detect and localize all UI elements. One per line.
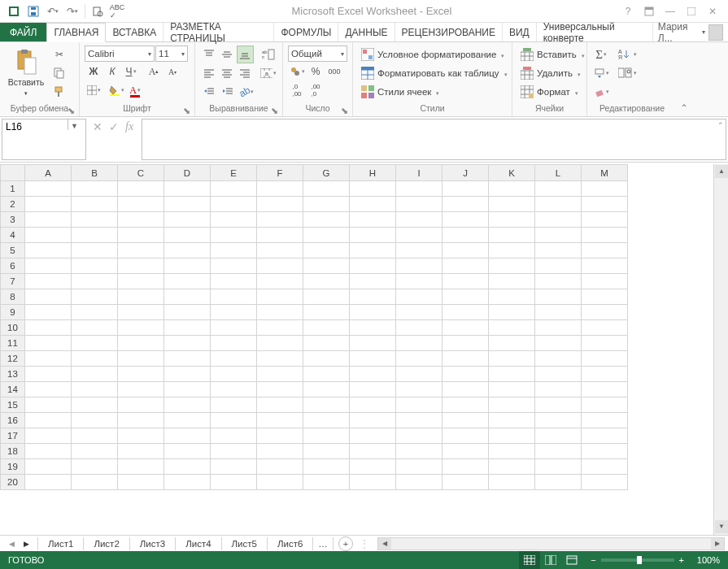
- column-header[interactable]: J: [442, 165, 489, 181]
- cell[interactable]: [535, 289, 582, 305]
- cell[interactable]: [164, 351, 211, 367]
- cell[interactable]: [350, 243, 396, 258]
- cell[interactable]: [442, 444, 489, 459]
- cell[interactable]: [489, 274, 535, 289]
- cell[interactable]: [257, 305, 303, 320]
- cell[interactable]: [303, 320, 350, 336]
- cell[interactable]: [257, 274, 303, 289]
- cell[interactable]: [582, 382, 628, 397]
- cell[interactable]: [303, 197, 350, 212]
- format-as-table-button[interactable]: Форматировать как таблицу: [358, 64, 511, 82]
- cell[interactable]: [211, 212, 257, 228]
- accounting-format-icon[interactable]: [288, 63, 306, 80]
- cell[interactable]: [303, 444, 350, 459]
- cell[interactable]: [303, 289, 350, 305]
- cell[interactable]: [582, 274, 628, 289]
- cell[interactable]: [118, 444, 164, 459]
- row-header[interactable]: 9: [1, 305, 25, 320]
- scroll-right-icon[interactable]: ▶: [711, 538, 724, 549]
- cell[interactable]: [164, 305, 211, 320]
- cell[interactable]: [396, 413, 442, 428]
- wrap-text-icon[interactable]: abc: [260, 46, 277, 63]
- cell[interactable]: [72, 258, 118, 274]
- cell[interactable]: [118, 305, 164, 320]
- cell[interactable]: [72, 475, 118, 490]
- view-page-layout-icon[interactable]: [540, 551, 561, 569]
- cell[interactable]: [442, 336, 489, 351]
- cell[interactable]: [350, 228, 396, 243]
- name-box-input[interactable]: [2, 119, 68, 134]
- view-page-break-icon[interactable]: [561, 551, 582, 569]
- sheet-tab[interactable]: Лист5: [222, 537, 268, 550]
- cell[interactable]: [303, 397, 350, 413]
- font-color-icon[interactable]: A: [126, 81, 144, 99]
- cell[interactable]: [396, 475, 442, 490]
- print-preview-icon[interactable]: [89, 2, 107, 20]
- align-center-icon[interactable]: [218, 64, 235, 82]
- cell[interactable]: [350, 274, 396, 289]
- cell[interactable]: [72, 274, 118, 289]
- cell[interactable]: [164, 444, 211, 459]
- cell[interactable]: [25, 181, 72, 197]
- cell[interactable]: [118, 197, 164, 212]
- formula-input[interactable]: ⌃: [142, 119, 726, 160]
- column-header[interactable]: B: [72, 165, 118, 181]
- cell[interactable]: [396, 336, 442, 351]
- cell[interactable]: [350, 197, 396, 212]
- cell[interactable]: [350, 382, 396, 397]
- row-header[interactable]: 15: [1, 397, 25, 413]
- cell[interactable]: [118, 413, 164, 428]
- cell[interactable]: [257, 413, 303, 428]
- insert-function-icon[interactable]: fx: [125, 120, 133, 133]
- cell[interactable]: [72, 305, 118, 320]
- cell[interactable]: [442, 212, 489, 228]
- cell[interactable]: [72, 397, 118, 413]
- font-launcher-icon[interactable]: ⬊: [181, 106, 191, 115]
- cell[interactable]: [442, 181, 489, 197]
- cell[interactable]: [211, 228, 257, 243]
- cell[interactable]: [442, 397, 489, 413]
- zoom-level[interactable]: 100%: [689, 555, 720, 565]
- cell[interactable]: [396, 181, 442, 197]
- cell[interactable]: [582, 459, 628, 475]
- cell[interactable]: [164, 413, 211, 428]
- cell[interactable]: [257, 258, 303, 274]
- close-icon[interactable]: ✕: [702, 2, 723, 20]
- increase-decimal-icon[interactable]: ,0,00: [288, 81, 306, 99]
- undo-icon[interactable]: ↶▾: [44, 2, 62, 20]
- cell[interactable]: [25, 475, 72, 490]
- cell[interactable]: [164, 475, 211, 490]
- cell[interactable]: [211, 459, 257, 475]
- cell[interactable]: [25, 274, 72, 289]
- cancel-formula-icon[interactable]: ✕: [93, 120, 102, 133]
- cell[interactable]: [118, 382, 164, 397]
- cell[interactable]: [396, 459, 442, 475]
- cell[interactable]: [164, 336, 211, 351]
- cell[interactable]: [489, 258, 535, 274]
- cell[interactable]: [72, 212, 118, 228]
- cell[interactable]: [211, 320, 257, 336]
- cell[interactable]: [25, 459, 72, 475]
- cell-styles-button[interactable]: Стили ячеек: [358, 83, 511, 101]
- align-launcher-icon[interactable]: ⬊: [269, 106, 279, 115]
- cell[interactable]: [72, 459, 118, 475]
- format-painter-icon[interactable]: [50, 83, 68, 101]
- cell[interactable]: [535, 382, 582, 397]
- cell[interactable]: [211, 475, 257, 490]
- column-header[interactable]: A: [25, 165, 72, 181]
- tab-review[interactable]: РЕЦЕНЗИРОВАНИЕ: [395, 23, 503, 41]
- align-bottom-icon[interactable]: [237, 46, 254, 63]
- zoom-slider[interactable]: [601, 558, 674, 562]
- cell[interactable]: [396, 397, 442, 413]
- cell[interactable]: [303, 351, 350, 367]
- cell[interactable]: [164, 181, 211, 197]
- cell[interactable]: [257, 367, 303, 382]
- cell[interactable]: [396, 382, 442, 397]
- cell[interactable]: [489, 413, 535, 428]
- cell[interactable]: [72, 367, 118, 382]
- autosum-icon[interactable]: Σ: [592, 46, 610, 63]
- cell[interactable]: [25, 413, 72, 428]
- cell[interactable]: [535, 274, 582, 289]
- cell[interactable]: [25, 444, 72, 459]
- paste-button[interactable]: Вставить▾: [3, 44, 49, 102]
